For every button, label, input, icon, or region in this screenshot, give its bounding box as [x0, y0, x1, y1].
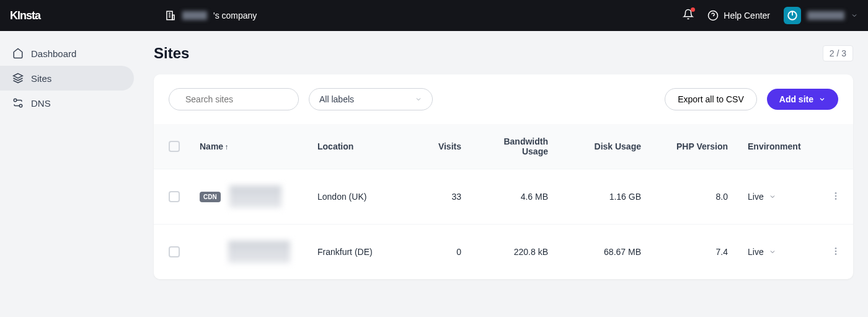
svg-point-15	[835, 192, 837, 194]
row-actions-button[interactable]	[828, 244, 843, 261]
row-checkbox[interactable]	[169, 246, 180, 257]
help-center-link[interactable]: Help Center	[707, 10, 770, 21]
environment-select[interactable]: Live	[748, 192, 808, 202]
chevron-down-icon	[818, 96, 826, 103]
cell-bandwidth: 220.8 kB	[471, 225, 558, 280]
cell-visits: 0	[412, 225, 471, 280]
column-header-location[interactable]: Location	[308, 124, 412, 169]
cell-bandwidth: 4.6 MB	[471, 169, 558, 225]
company-name-redacted	[182, 11, 207, 20]
cell-disk: 1.16 GB	[558, 169, 651, 225]
page-title: Sites	[154, 45, 189, 62]
user-name-redacted	[807, 11, 844, 20]
cell-disk: 68.67 MB	[558, 225, 651, 280]
column-header-name[interactable]: Name↑	[190, 124, 308, 169]
sidebar-item-dashboard[interactable]: Dashboard	[0, 41, 134, 66]
avatar	[784, 7, 801, 24]
sidebar-item-label: Sites	[31, 73, 51, 84]
table-row[interactable]: CDN London (UK) 33 4.6 MB 1.16 GB 8.0 Li…	[154, 169, 853, 225]
sidebar-item-label: DNS	[31, 98, 51, 109]
notification-dot-icon	[691, 7, 695, 12]
select-all-checkbox[interactable]	[169, 141, 180, 152]
site-counter: 2 / 3	[823, 45, 853, 61]
column-header-visits[interactable]: Visits	[412, 124, 471, 169]
user-menu[interactable]	[784, 7, 858, 24]
help-center-label: Help Center	[724, 11, 770, 20]
svg-rect-5	[172, 15, 174, 20]
labels-filter-value: All labels	[319, 94, 354, 104]
svg-point-19	[835, 250, 837, 252]
svg-point-11	[14, 99, 17, 102]
column-header-environment[interactable]: Environment	[738, 124, 818, 169]
notifications-button[interactable]	[683, 9, 694, 22]
cdn-badge: CDN	[200, 192, 221, 202]
dns-icon	[12, 97, 24, 109]
sort-ascending-icon: ↑	[224, 143, 228, 151]
top-header: KInsta 's company Help Center	[0, 0, 868, 31]
add-site-label: Add site	[779, 94, 813, 104]
sidebar-item-dns[interactable]: DNS	[0, 91, 134, 115]
cell-php: 8.0	[651, 169, 738, 225]
add-site-button[interactable]: Add site	[767, 89, 838, 110]
svg-point-12	[19, 104, 22, 107]
svg-point-16	[835, 195, 837, 197]
sidebar: Dashboard Sites DNS	[0, 31, 139, 294]
svg-point-18	[835, 248, 837, 249]
sites-table: Name↑ Location Visits Bandwidth Usage Di…	[154, 124, 853, 279]
column-header-php[interactable]: PHP Version	[651, 124, 738, 169]
cell-visits: 33	[412, 169, 471, 225]
chevron-down-icon	[769, 193, 776, 200]
site-name-redacted	[228, 241, 290, 263]
labels-filter[interactable]: All labels	[309, 88, 433, 110]
column-header-disk[interactable]: Disk Usage	[558, 124, 651, 169]
sidebar-item-label: Dashboard	[31, 48, 76, 59]
chevron-down-icon	[415, 96, 422, 103]
sites-card: All labels Export all to CSV Add site Na…	[154, 74, 853, 279]
chevron-down-icon	[769, 248, 776, 256]
company-suffix: 's company	[213, 11, 257, 20]
help-icon	[707, 10, 719, 21]
svg-text:KInsta: KInsta	[10, 9, 42, 22]
kinsta-logo[interactable]: KInsta	[10, 9, 66, 22]
svg-point-20	[835, 253, 837, 255]
home-icon	[12, 48, 24, 59]
cell-location: London (UK)	[308, 169, 412, 225]
svg-point-17	[835, 198, 837, 200]
export-csv-button[interactable]: Export all to CSV	[665, 88, 757, 110]
row-checkbox[interactable]	[169, 191, 180, 202]
layers-icon	[12, 73, 24, 84]
company-selector[interactable]: 's company	[165, 10, 257, 21]
search-input-wrap[interactable]	[169, 88, 299, 110]
table-row[interactable]: Frankfurt (DE) 0 220.8 kB 68.67 MB 7.4 L…	[154, 225, 853, 280]
cell-location: Frankfurt (DE)	[308, 225, 412, 280]
environment-select[interactable]: Live	[748, 247, 808, 257]
column-header-bandwidth[interactable]: Bandwidth Usage	[471, 124, 558, 169]
site-name-redacted	[229, 185, 281, 208]
search-input[interactable]	[185, 94, 294, 104]
building-icon	[165, 10, 176, 21]
sidebar-item-sites[interactable]: Sites	[0, 66, 134, 91]
svg-marker-10	[14, 74, 23, 79]
chevron-down-icon	[851, 12, 858, 19]
cell-php: 7.4	[651, 225, 738, 280]
row-actions-button[interactable]	[828, 189, 843, 205]
